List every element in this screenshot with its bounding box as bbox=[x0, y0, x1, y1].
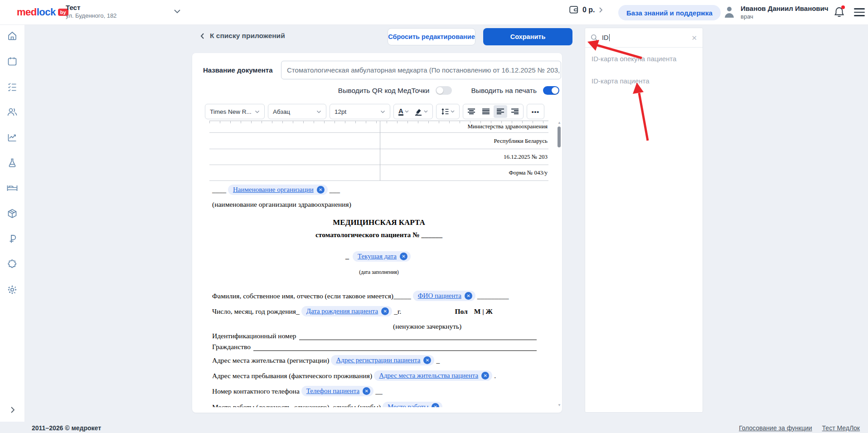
copyright-text: 2011–2026 © медрокет bbox=[32, 424, 101, 432]
editor-scrollbar[interactable]: ▲ ▼ bbox=[557, 121, 562, 407]
line-spacing-button[interactable] bbox=[439, 107, 456, 117]
placeholder-chip-residence-address[interactable]: Адрес места жительства пациента ✕ bbox=[374, 370, 492, 381]
citizenship-row: Гражданство bbox=[212, 343, 537, 351]
registration-address-row: Адрес места жительства (регистрации) Адр… bbox=[212, 355, 440, 365]
chevron-down-icon[interactable] bbox=[174, 9, 181, 14]
remove-chip-icon[interactable]: ✕ bbox=[363, 387, 370, 395]
search-icon bbox=[591, 34, 598, 41]
scrollbar-thumb[interactable] bbox=[558, 126, 561, 147]
font-family-select[interactable]: Times New R... bbox=[205, 104, 265, 119]
remove-chip-icon[interactable]: ✕ bbox=[423, 356, 431, 364]
placeholder-chip-birthdate[interactable]: Дата рождения пациента ✕ bbox=[301, 306, 392, 316]
align-left-button[interactable] bbox=[494, 105, 507, 118]
table-divider bbox=[380, 121, 380, 180]
sidebar-item-calendar[interactable] bbox=[6, 55, 18, 67]
footer-links: Голосование за функции Тест МедЛок bbox=[739, 424, 860, 432]
scroll-up-arrow[interactable]: ▲ bbox=[557, 121, 562, 125]
search-result-guardian-id-card[interactable]: ID-карта опекуна пациента bbox=[585, 48, 703, 70]
remove-chip-icon[interactable]: ✕ bbox=[317, 186, 325, 194]
balance-amount: 0 р. bbox=[582, 6, 595, 14]
sex-label: Пол bbox=[455, 307, 467, 316]
placeholder-chip-patient-name[interactable]: ФИО пациента ✕ bbox=[413, 291, 475, 301]
sidebar-item-hospital[interactable] bbox=[6, 182, 18, 194]
sidebar-item-tasks[interactable] bbox=[6, 81, 18, 92]
gear-icon bbox=[7, 284, 18, 295]
align-right-icon bbox=[511, 108, 519, 115]
align-center-icon bbox=[467, 108, 475, 115]
feature-voting-link[interactable]: Голосование за функции bbox=[739, 424, 812, 432]
qr-toggle-switch[interactable] bbox=[436, 86, 452, 95]
document-name-label: Название документа bbox=[203, 66, 273, 74]
remove-chip-icon[interactable]: ✕ bbox=[381, 307, 389, 315]
box-icon bbox=[7, 208, 18, 219]
analytics-icon bbox=[7, 132, 18, 143]
search-input[interactable]: ID bbox=[602, 34, 687, 41]
sidebar-item-integrations[interactable] bbox=[6, 258, 18, 270]
chevron-down-icon bbox=[255, 110, 260, 113]
sidebar-item-analytics[interactable] bbox=[6, 131, 18, 143]
reset-editing-button[interactable]: Сбросить редактирование bbox=[388, 28, 475, 45]
table-cell: Министерства здравоохранения bbox=[384, 123, 548, 130]
highlight-color-button[interactable] bbox=[412, 106, 430, 117]
menu-burger-icon[interactable] bbox=[854, 8, 865, 19]
remove-chip-icon[interactable]: ✕ bbox=[481, 372, 489, 379]
date-caption: (дата заполнения) bbox=[209, 269, 548, 275]
document-subtitle: стоматологического пациента № ______ bbox=[209, 231, 548, 239]
user-menu[interactable]: Иванов Даниил Иванович врач bbox=[723, 5, 829, 20]
document-page[interactable]: Министерства здравоохранения Республики … bbox=[209, 121, 555, 407]
remove-chip-icon[interactable]: ✕ bbox=[432, 403, 439, 407]
clear-search-icon[interactable]: ✕ bbox=[691, 34, 697, 41]
wallet-icon bbox=[569, 6, 579, 14]
placeholder-chip-organization[interactable]: Наименование организации ✕ bbox=[228, 185, 328, 195]
avatar-icon bbox=[723, 5, 736, 20]
scroll-down-arrow[interactable]: ▼ bbox=[557, 403, 562, 407]
knowledge-base-button[interactable]: База знаний и поддержка bbox=[618, 5, 721, 20]
chevron-down-icon bbox=[380, 110, 385, 113]
highlighter-icon bbox=[414, 107, 422, 116]
remove-chip-icon[interactable]: ✕ bbox=[400, 253, 407, 260]
document-name-input[interactable]: Стоматологическая амбулаторная медкарта … bbox=[281, 61, 561, 79]
back-to-apps-link[interactable]: К списку приложений bbox=[200, 32, 285, 40]
align-left-icon bbox=[496, 108, 504, 115]
save-button[interactable]: Сохранить bbox=[483, 28, 572, 45]
phone-row: Номер контактного телефона Телефон пацие… bbox=[212, 386, 383, 396]
placeholder-chip-phone[interactable]: Телефон пациента ✕ bbox=[301, 386, 373, 396]
bed-icon bbox=[6, 183, 18, 194]
organization-row: ____ Наименование организации ✕ ___ bbox=[212, 185, 340, 195]
sidebar-item-home[interactable] bbox=[6, 30, 18, 42]
sidebar-item-payments[interactable] bbox=[6, 233, 18, 245]
app-logo[interactable]: medlock by bbox=[17, 6, 68, 18]
notifications-bell-icon[interactable] bbox=[834, 6, 844, 18]
search-result-patient-id-card[interactable]: ID-карта пациента bbox=[585, 70, 703, 92]
sidebar-item-settings[interactable] bbox=[6, 284, 18, 296]
user-name: Иванов Даниил Иванович bbox=[741, 5, 829, 12]
print-toggle-switch[interactable] bbox=[543, 86, 559, 95]
chevron-down-icon bbox=[451, 110, 455, 113]
color-tools-group: A bbox=[393, 104, 433, 119]
sidebar-expand-button[interactable] bbox=[0, 406, 25, 414]
sidebar-item-inventory[interactable] bbox=[6, 208, 18, 219]
search-field[interactable]: ID ✕ bbox=[585, 28, 703, 48]
align-center-button[interactable] bbox=[465, 105, 478, 118]
align-right-button[interactable] bbox=[508, 105, 522, 118]
wallet-balance[interactable]: 0 р. bbox=[569, 6, 603, 14]
align-justify-button[interactable] bbox=[479, 105, 493, 118]
clinic-selector[interactable]: Тест ул. Буденного, 182 bbox=[66, 4, 116, 19]
placeholder-chip-current-date[interactable]: Текущая дата ✕ bbox=[353, 251, 411, 262]
print-toggle-label: Выводить на печать bbox=[471, 87, 537, 95]
medlock-test-link[interactable]: Тест МедЛок bbox=[822, 424, 860, 432]
puzzle-icon bbox=[7, 259, 18, 270]
sidebar-item-lab[interactable] bbox=[6, 157, 18, 169]
sidebar-item-patients[interactable] bbox=[6, 106, 18, 118]
placeholder-chip-workplace[interactable]: Место работы ✕ bbox=[383, 402, 442, 407]
chevron-down-icon bbox=[424, 110, 428, 113]
font-size-select[interactable]: 12pt bbox=[330, 104, 390, 119]
table-cell: 16.12.2025 № 203 bbox=[384, 153, 548, 161]
placeholder-chip-registration-address[interactable]: Адрес регистрации пациента ✕ bbox=[331, 355, 434, 365]
remove-chip-icon[interactable]: ✕ bbox=[465, 292, 472, 300]
font-color-button[interactable]: A bbox=[397, 106, 411, 117]
alignment-group bbox=[463, 104, 524, 119]
paragraph-style-select[interactable]: Абзац bbox=[268, 104, 326, 119]
workplace-row: Место работы (должность, служащего), слу… bbox=[212, 402, 444, 407]
more-tools-button[interactable]: ••• bbox=[527, 104, 544, 119]
